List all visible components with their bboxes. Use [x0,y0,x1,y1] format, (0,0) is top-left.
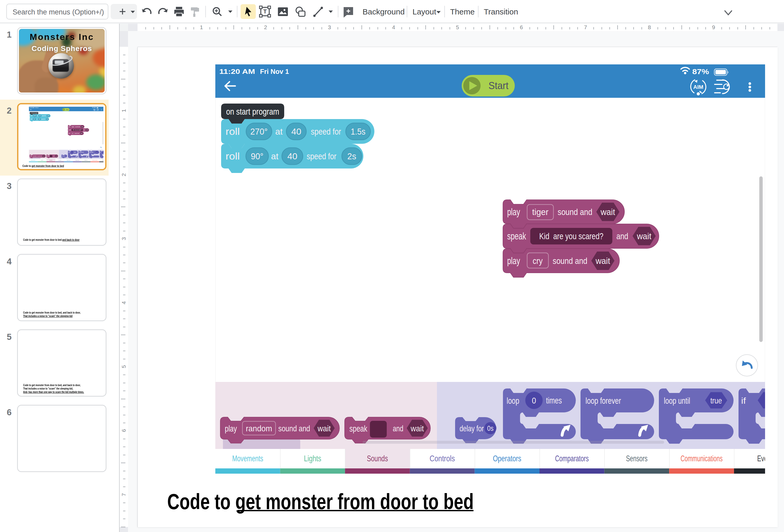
svg-text:and: and [83,129,85,131]
svg-text:sound and: sound and [37,155,42,157]
svg-text:play: play [225,423,237,433]
svg-text:Controls: Controls [58,160,61,161]
svg-text:play: play [68,126,71,128]
svg-text:11:20 AM: 11:20 AM [219,67,255,76]
svg-text:Movements: Movements [31,160,35,161]
svg-text:Controls: Controls [429,454,455,463]
svg-text:play: play [507,255,520,266]
svg-text:40: 40 [39,118,40,120]
svg-text:2s: 2s [47,118,48,120]
svg-text:delay for: delay for [62,155,65,157]
svg-text:random: random [33,155,37,157]
svg-text:40: 40 [39,115,41,116]
svg-text:Communications: Communications [681,454,723,463]
svg-text:speed for: speed for [311,127,341,136]
svg-text:wait: wait [86,129,88,131]
svg-text:87%: 87% [692,67,709,76]
svg-text:wait: wait [43,155,45,157]
svg-text:90°: 90° [251,151,263,161]
svg-text:0s: 0s [66,156,66,157]
svg-text:Movements: Movements [232,454,263,463]
svg-text:Communications: Communications [92,160,98,161]
svg-text:play: play [68,133,71,134]
svg-text:loop forever: loop forever [79,152,84,153]
svg-text:speak: speak [68,129,71,131]
svg-text:40: 40 [291,127,301,136]
svg-text:random: random [246,424,272,433]
svg-text:true: true [96,152,97,153]
svg-text:and: and [393,424,403,433]
svg-text:Events: Events [102,160,103,161]
svg-text:times: times [546,395,562,405]
svg-text:AIM: AIM [693,84,703,90]
svg-text:Operators: Operators [493,454,521,463]
svg-text:times: times [74,152,76,153]
svg-text:90°: 90° [34,118,35,120]
svg-text:Kid are you scared?: Kid are you scared? [539,231,604,241]
svg-text:wait: wait [637,231,651,241]
svg-text:wait: wait [595,256,610,266]
svg-text:on start program: on start program [30,112,38,114]
svg-text:wait: wait [80,133,83,134]
svg-text:loop forever: loop forever [586,396,621,405]
svg-text:87%: 87% [93,107,96,108]
svg-text:1.5s: 1.5s [351,127,365,136]
svg-text:at: at [271,151,278,161]
svg-text:Sounds: Sounds [367,454,388,463]
svg-text:loop until: loop until [90,152,93,153]
svg-text:sound and: sound and [553,256,587,266]
svg-text:Comparators: Comparators [75,160,79,161]
svg-text:sound and: sound and [558,207,592,217]
svg-text:Events: Events [757,454,765,463]
svg-text:wait: wait [317,424,331,433]
svg-text:40: 40 [287,151,297,161]
svg-text:speak: speak [507,231,526,242]
svg-text:speak: speak [47,155,50,157]
svg-text:play: play [507,206,520,217]
svg-text:roll: roll [30,115,32,116]
svg-text:1.5s: 1.5s [47,115,50,116]
svg-text:11:20 AM: 11:20 AM [29,107,34,108]
svg-text:wait: wait [55,155,57,157]
svg-text:Fri Nov 1: Fri Nov 1 [35,107,39,108]
svg-text:speed for: speed for [41,118,46,120]
svg-text:0: 0 [532,396,536,405]
svg-text:roll: roll [226,151,240,162]
svg-text:Sensors: Sensors [85,160,88,161]
svg-text:wait: wait [600,207,615,217]
svg-text:roll: roll [30,118,32,120]
svg-text:if: if [741,396,746,405]
svg-text:loop: loop [507,396,519,405]
svg-text:speed for: speed for [42,115,46,116]
svg-text:delay for: delay for [459,424,484,433]
svg-text:cry: cry [72,133,74,134]
svg-text:at: at [275,127,283,136]
svg-text:sound and: sound and [76,126,80,128]
svg-text:and: and [53,155,55,157]
svg-text:roll: roll [226,126,240,137]
svg-text:270°: 270° [250,127,268,136]
svg-text:AIM: AIM [94,109,95,110]
svg-text:speed for: speed for [307,151,337,161]
svg-text:Operators: Operators [66,160,71,161]
svg-text:tiger: tiger [72,126,74,128]
svg-text:270°: 270° [34,115,36,116]
svg-text:Start: Start [488,80,508,91]
svg-text:Start: Start [66,109,69,110]
svg-text:loop: loop [68,152,70,153]
svg-text:Kid are you scared?: Kid are you scared? [73,129,82,131]
svg-text:loop until: loop until [664,396,690,405]
svg-text:true: true [710,396,722,405]
svg-text:sound and: sound and [278,424,310,433]
svg-text:Fri Nov 1: Fri Nov 1 [260,67,289,76]
svg-text:play: play [30,155,32,157]
svg-text:2s: 2s [347,151,356,161]
svg-text:Sensors: Sensors [626,454,648,463]
svg-text:T: T [263,8,267,15]
svg-text:sound and: sound and [75,133,79,134]
svg-text:Lights: Lights [41,160,44,161]
svg-text:Sounds: Sounds [50,160,52,161]
svg-text:speak: speak [349,423,368,433]
svg-text:and: and [617,231,628,241]
svg-text:wait: wait [81,126,83,128]
